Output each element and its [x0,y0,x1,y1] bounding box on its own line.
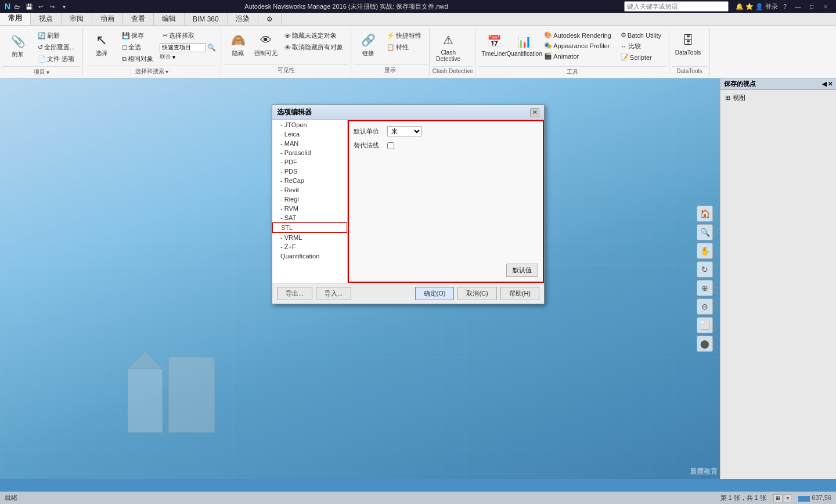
nav-cursor-btn[interactable]: ⬤ [697,336,713,352]
btn-help[interactable]: 帮助(H) [500,287,539,300]
btn-appearance-profiler[interactable]: 🎭 Appearance Profiler [541,41,614,51]
dialog-default-button[interactable]: 默认值 [506,264,538,277]
list-item-recap[interactable]: - ReCap [272,176,347,185]
btn-cancel[interactable]: 取消(C) [457,287,496,300]
btn-force-visible[interactable]: 👁 强制可见 [253,29,279,64]
group-clash-label: Clash Detective [432,66,473,75]
btn-ok[interactable]: 确定(O) [415,287,455,300]
btn-refresh[interactable]: 🔄 刷新 [35,30,78,41]
list-item-rvm[interactable]: - RVM [272,204,347,213]
dialog-close-button[interactable]: ✕ [530,108,539,117]
nav-home-btn[interactable]: 🏠 [697,206,713,222]
list-item-parasolid[interactable]: - Parasolid [272,148,347,157]
group-tools: 📅 TimeLiner 📊 Quantification 🎨 Autodesk … [476,28,669,75]
tab-render[interactable]: 渲染 [228,13,258,25]
btn-file-options[interactable]: 📄 文件 选项 [35,53,78,64]
tab-review[interactable]: 审阅 [62,13,92,25]
close-btn[interactable]: ✕ [820,2,831,10]
iterative-checkbox[interactable] [387,142,394,149]
list-item-stl[interactable]: STL [272,222,347,233]
group-clash-items: ⚠ Clash Detective [432,28,473,66]
help-btn[interactable]: ? [780,2,790,11]
btn-select[interactable]: ↖ 选择 [87,29,117,64]
list-item-pdf[interactable]: - PDF [272,157,347,167]
btn-select-same[interactable]: ⧉ 相同对象 [119,53,156,64]
page-grid-btn[interactable]: ⊞ [773,494,783,502]
group-tools-items: 📅 TimeLiner 📊 Quantification 🎨 Autodesk … [478,28,666,66]
search-input[interactable] [627,3,726,10]
nav-orbit-btn[interactable]: ↻ [697,261,713,278]
quick-redo[interactable]: ↪ [48,2,57,11]
btn-compare[interactable]: ↔ 比较 [618,41,664,52]
list-item-leica[interactable]: - Leica [272,129,347,139]
select-pick-icon: ✂ [163,32,168,39]
btn-save-selection[interactable]: 💾 保存 [119,30,156,41]
quick-save[interactable]: 🗁 [13,2,22,11]
tab-edit[interactable]: 编辑 [154,13,185,25]
panel-collapse-btn[interactable]: ◀ [822,81,827,87]
quick-open[interactable]: 💾 [24,2,34,11]
btn-clash-detective[interactable]: ⚠ Clash Detective [433,29,463,64]
select-dropdown-icon[interactable]: ▾ [165,69,168,75]
btn-properties[interactable]: 📋 特性 [384,42,424,53]
nav-zoom-btn[interactable]: 🔍 [697,224,713,240]
btn-timeliner[interactable]: 📅 TimeLiner [481,30,507,65]
btn-datatools[interactable]: 🗄 DataTools [673,29,703,64]
page-list-btn[interactable]: ≡ [784,494,791,502]
btn-scripter[interactable]: 📝 Scripter [618,52,664,62]
btn-select-all[interactable]: ◻ 全选 [119,42,156,53]
quick-undo[interactable]: ↩ [36,2,45,11]
btn-autodesk-rendering[interactable]: 🎨 Autodesk Rendering [541,30,614,40]
btn-select-pick[interactable]: ✂ 选择择取 [160,30,216,41]
list-item-riegl[interactable]: - Riegl [272,195,347,204]
list-item-vrml[interactable]: - VRML [272,233,347,242]
tab-settings[interactable]: ⚙ [258,13,282,25]
refresh-icon: 🔄 [38,32,46,39]
quick-search-input[interactable] [160,43,206,52]
btn-export[interactable]: 导出... [277,287,312,300]
btn-show-all[interactable]: 👁 取消隐藏所有对象 [282,42,346,53]
btn-link[interactable]: 🔗 链接 [355,29,381,64]
search-box[interactable] [624,1,729,12]
tab-view[interactable]: 查看 [123,13,154,25]
btn-hide[interactable]: 🙈 隐藏 [225,29,251,64]
btn-quantification[interactable]: 📊 Quantification [511,30,538,65]
tab-animation[interactable]: 动画 [92,13,123,25]
maximize-btn[interactable]: □ [806,2,817,10]
list-item-man[interactable]: - MAN [272,139,347,148]
list-item-pds[interactable]: - PDS [272,167,347,176]
quick-extra[interactable]: ▾ [59,2,69,11]
dialog-title-bar[interactable]: 选项编辑器 ✕ [272,105,544,120]
list-item-zpf[interactable]: - Z+F [272,242,347,251]
btn-batch-utility[interactable]: ⚙ Batch Utility [618,30,664,40]
btn-add[interactable]: 📎 附加 [5,30,31,65]
panel-close-btn[interactable]: ✕ [828,81,833,87]
btn-hide-label: 隐藏 [232,49,244,57]
list-item-sat[interactable]: - SAT [272,213,347,222]
btn-reset-all[interactable]: ↺ 全部重置... [35,42,78,53]
btn-hide-unselected[interactable]: 👁 隐藏未选定对象 [282,30,346,41]
project-dropdown-icon[interactable]: ▾ [46,69,49,75]
default-unit-select[interactable]: 米 厘米 毫米 英尺 英寸 [387,126,422,136]
btn-import[interactable]: 导入... [316,287,351,300]
tab-viewpoint[interactable]: 视点 [31,13,62,25]
list-item-jtopen[interactable]: - JTOpen [272,120,347,129]
nav-zoomout-btn[interactable]: ⊖ [697,298,713,315]
minimize-btn[interactable]: — [792,2,803,10]
list-item-quantification[interactable]: Quantification [272,251,347,261]
btn-animator[interactable]: 🎬 Animator [541,51,614,61]
nav-fit-btn[interactable]: ⬜ [697,317,713,333]
tab-bim360[interactable]: BIM 360 [185,13,228,25]
btn-quick-prop[interactable]: ⚡ 快捷特性 [384,30,424,41]
tab-home[interactable]: 常用 [0,13,31,25]
combine-dropdown-icon[interactable]: ▾ [172,54,175,60]
tree-item-view[interactable]: ⊞ 视图 [723,92,834,103]
list-item-revit[interactable]: - Revit [272,185,347,195]
svg-rect-1 [128,369,163,433]
nav-pan-btn[interactable]: ✋ [697,243,713,259]
dialog-footer-right: 确定(O) 取消(C) 帮助(H) [415,287,539,300]
nav-tools-panel: 🏠 🔍 ✋ ↻ ⊕ ⊖ ⬜ ⬤ [697,206,713,352]
search-go-icon[interactable]: 🔍 [207,44,216,52]
nav-zoomin-btn[interactable]: ⊕ [697,280,713,296]
btn-file-options-label: 文件 选项 [47,55,74,63]
